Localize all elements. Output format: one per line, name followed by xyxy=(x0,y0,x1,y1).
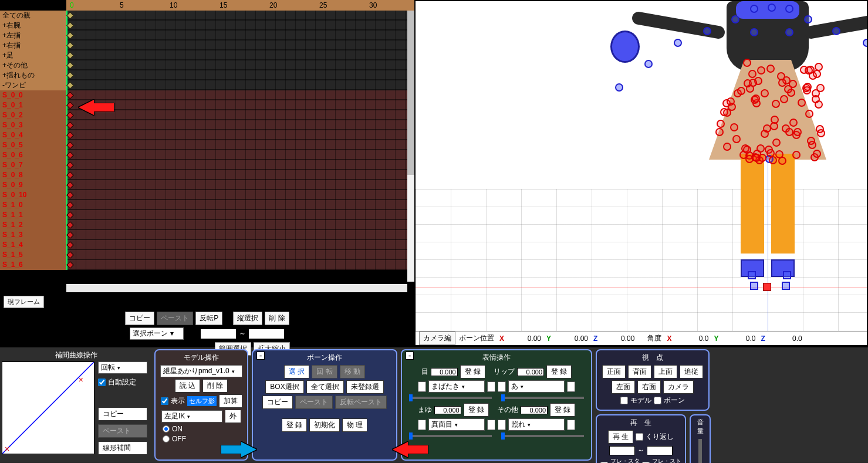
physics-node[interactable] xyxy=(771,116,779,124)
select-all-button[interactable]: 全て選択 xyxy=(306,380,344,394)
bone-row-label[interactable]: 全ての親 xyxy=(0,11,66,21)
frame-start-checkbox[interactable]: フレ・スタート xyxy=(600,457,640,463)
bone-track[interactable] xyxy=(66,200,414,210)
other-value[interactable]: 0.000 xyxy=(521,406,548,414)
physics-node[interactable] xyxy=(752,94,760,103)
bone-row-label[interactable]: S_0_9 xyxy=(0,180,66,190)
brow-slider[interactable] xyxy=(409,435,492,437)
bone-node[interactable] xyxy=(783,271,791,279)
bone-track[interactable] xyxy=(66,70,414,80)
eye-value[interactable]: 0.000 xyxy=(431,368,458,376)
physics-node[interactable] xyxy=(813,150,821,158)
bone-row-label[interactable]: S_0_3 xyxy=(0,120,66,130)
flip-p-button[interactable]: 反転P xyxy=(195,312,222,325)
bone-track[interactable] xyxy=(66,180,414,190)
collapse-button[interactable]: - xyxy=(406,352,414,360)
root-bone-marker[interactable] xyxy=(763,283,771,291)
add-blend-button[interactable]: 加算 xyxy=(219,394,242,408)
bone-row-label[interactable]: +足 xyxy=(0,50,66,60)
bone-node[interactable] xyxy=(750,282,758,290)
show-bone-checkbox[interactable]: ボーン xyxy=(654,396,685,405)
bone-register-button[interactable]: 登 録 xyxy=(282,418,307,432)
bone-track[interactable] xyxy=(66,90,414,100)
bone-track[interactable] xyxy=(66,160,414,170)
physics-node[interactable] xyxy=(744,79,752,87)
other-register-button[interactable]: 登 録 xyxy=(550,403,575,417)
view-left-button[interactable]: 左面 xyxy=(612,380,635,394)
brow-register-button[interactable]: 登 録 xyxy=(464,403,489,417)
paste-button[interactable]: ペースト xyxy=(157,312,193,325)
bone-node[interactable] xyxy=(615,83,623,92)
physics-node[interactable] xyxy=(761,89,769,97)
other-select[interactable]: 照れ xyxy=(508,418,565,431)
bone-select-button[interactable]: 選 択 xyxy=(284,365,309,378)
bone-track[interactable] xyxy=(66,110,414,120)
bone-row-label[interactable]: S_0_1 xyxy=(0,100,66,110)
camera-edit-button[interactable]: カメラ編 xyxy=(419,332,455,345)
bone-node[interactable] xyxy=(863,39,868,47)
bone-node[interactable] xyxy=(750,28,758,36)
bone-copy-button[interactable]: コピー xyxy=(262,396,293,409)
volume-slider[interactable] xyxy=(698,439,702,463)
bone-row-label[interactable]: S_1_0 xyxy=(0,200,66,210)
physics-node[interactable] xyxy=(772,138,781,147)
bone-paste-button[interactable]: ペースト xyxy=(295,396,333,409)
bone-track[interactable] xyxy=(66,190,414,200)
bone-track[interactable] xyxy=(66,240,414,250)
range-end-input[interactable] xyxy=(248,329,285,339)
bone-row-label[interactable]: S_0_5 xyxy=(0,140,66,150)
bone-node[interactable] xyxy=(644,60,653,68)
physics-node[interactable] xyxy=(715,128,724,136)
lip-select[interactable]: あ xyxy=(508,380,565,393)
physics-node[interactable] xyxy=(815,63,823,71)
bone-track[interactable] xyxy=(66,150,414,160)
brow-select[interactable]: 真面目 xyxy=(428,418,485,431)
view-top-button[interactable]: 上面 xyxy=(654,365,677,378)
blink-prev-button[interactable]: « xyxy=(418,381,426,392)
bone-row-label[interactable]: S_0_10 xyxy=(0,190,66,200)
bone-select-dropdown[interactable]: 選択ボーン ▾ xyxy=(130,327,183,340)
curve-paste-button[interactable]: ペースト xyxy=(98,424,147,438)
physics-node[interactable] xyxy=(792,151,801,159)
outer-button[interactable]: 外 xyxy=(225,410,241,423)
bone-init-button[interactable]: 初期化 xyxy=(309,418,340,432)
bone-node[interactable] xyxy=(768,4,776,12)
ik-select[interactable]: 左足IK xyxy=(161,410,222,423)
bone-track[interactable] xyxy=(66,21,414,31)
range-start-input[interactable] xyxy=(200,329,237,339)
physics-node[interactable] xyxy=(778,79,786,87)
auto-setting-checkbox[interactable]: 自動設定 xyxy=(98,377,147,387)
bone-node[interactable] xyxy=(782,282,790,290)
bone-track[interactable] xyxy=(66,130,414,140)
bone-row-label[interactable]: -ワンピ xyxy=(0,80,66,90)
bone-track[interactable] xyxy=(66,260,414,270)
timeline-scrollbar-horizontal[interactable] xyxy=(66,284,407,292)
display-checkbox[interactable]: 表示 xyxy=(161,396,185,406)
play-button[interactable]: 再 生 xyxy=(608,430,633,444)
bone-row-label[interactable]: S_1_4 xyxy=(0,240,66,250)
ik-on-radio[interactable]: ON xyxy=(163,425,183,433)
model-load-button[interactable]: 読 込 xyxy=(175,379,200,393)
bone-node[interactable] xyxy=(785,28,793,36)
physics-node[interactable] xyxy=(817,129,825,137)
physics-node[interactable] xyxy=(727,97,735,106)
physics-node[interactable] xyxy=(805,110,813,118)
bone-physics-button[interactable]: 物 理 xyxy=(342,418,367,432)
bone-track[interactable] xyxy=(66,80,414,90)
bone-row-label[interactable]: +左指 xyxy=(0,31,66,40)
bone-row-label[interactable]: S_0_0 xyxy=(0,90,66,100)
bone-track[interactable] xyxy=(66,60,414,70)
bone-node[interactable] xyxy=(674,39,682,47)
bone-node[interactable] xyxy=(804,15,812,23)
view-back-button[interactable]: 背面 xyxy=(628,365,651,378)
physics-node[interactable] xyxy=(800,66,808,74)
bone-node[interactable] xyxy=(748,271,756,279)
timeline-ruler[interactable]: 051015202530 xyxy=(66,0,414,11)
bone-row-label[interactable]: S_1_6 xyxy=(0,260,66,270)
bone-row-label[interactable]: S_0_2 xyxy=(0,110,66,120)
delete-button[interactable]: 削 除 xyxy=(265,312,289,325)
bone-move-button[interactable]: 移 動 xyxy=(340,365,365,378)
play-end-input[interactable] xyxy=(647,446,673,455)
bone-node[interactable] xyxy=(731,15,739,23)
view-right-button[interactable]: 右面 xyxy=(637,380,661,394)
